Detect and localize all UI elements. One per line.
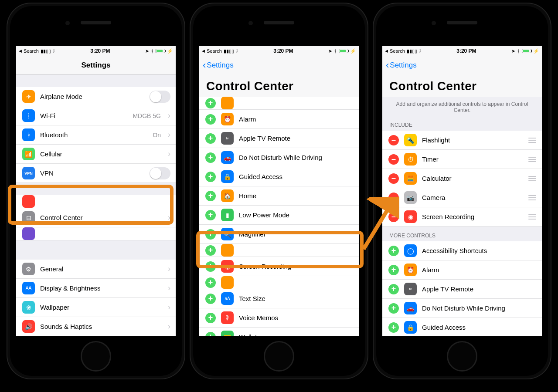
wifi-icon: ⧙ [419,48,422,54]
row-general[interactable]: ⚙︎ General › [16,260,176,279]
row-label: Alarm [422,266,537,274]
add-button[interactable]: + [205,114,216,125]
row-screen-recording[interactable]: + ◉ Screen Recording [199,257,359,276]
icon-peek [22,195,35,208]
add-button[interactable]: + [205,191,216,201]
back-button[interactable]: ‹ Settings [386,61,417,70]
add-button[interactable]: + [205,133,216,144]
row-label: Guided Access [422,324,537,331]
row-sounds-haptics[interactable]: 🔊 Sounds & Haptics › [16,317,176,336]
row-flashlight[interactable]: – 🔦 Flashlight [382,131,542,150]
add-button[interactable]: + [388,303,399,314]
airplane-toggle[interactable] [150,91,170,103]
add-button[interactable]: + [205,294,216,304]
screen-settings-root: ◀ Search ▮▮▯▯ ⧙ 3:20 PM ➤ ᚼ ⚡ Settings [16,46,176,336]
add-button[interactable]: + [205,229,216,240]
location-icon: ➤ [511,48,515,54]
row-display-brightness[interactable]: AA Display & Brightness › [16,279,176,298]
add-button[interactable]: + [205,172,216,182]
row-vpn[interactable]: VPN VPN [16,164,176,183]
row-bluetooth[interactable]: ᚼ Bluetooth On › [16,125,176,145]
add-button[interactable]: + [388,246,399,256]
back-button[interactable]: ‹ Settings [203,61,234,70]
reorder-handle[interactable] [528,214,537,220]
home-icon: 🏠 [221,189,234,202]
row-label: Camera [422,194,523,201]
row-control-center[interactable]: ⊟ Control Center › [16,208,176,227]
chevron-right-icon: › [168,284,170,293]
row-label: Wallet [239,333,354,336]
row-label: Text Size [239,295,354,302]
row-accessibility[interactable]: + ◯ Accessibility Shortcuts [382,241,542,260]
row-label: Low Power Mode [239,211,354,219]
signal-icon: ▮▮▯▯ [407,48,417,54]
row-alarm[interactable]: + ⏰ Alarm [382,260,542,280]
chevron-right-icon: › [168,303,170,312]
row-camera[interactable]: – 📷 Camera [382,188,542,207]
add-button[interactable]: + [205,152,216,163]
row-apple-tv-remote[interactable]: + tv Apple TV Remote [382,280,542,299]
row-dnd-driving[interactable]: + 🚗 Do Not Disturb While Driving [382,299,542,318]
row-magnifier[interactable]: + 🔍 Magnifier [199,225,359,244]
home-button[interactable] [447,341,477,372]
lock-icon: 🔒 [404,321,417,334]
add-button[interactable]: + [388,265,399,275]
wallet-icon: 💳 [221,331,234,336]
row-wallpaper[interactable]: ❀ Wallpaper › [16,298,176,317]
add-button[interactable]: + [205,261,216,272]
alarm-icon: ⏰ [404,264,417,276]
status-back-icon: ◀ [19,49,22,53]
vpn-toggle[interactable] [150,167,170,179]
row-voice-memos[interactable]: + 🎙 Voice Memos [199,308,359,328]
remove-button[interactable]: – [388,212,399,222]
add-button[interactable]: + [205,210,216,220]
bluetooth-icon: ᚼ [22,128,35,141]
remove-button[interactable]: – [388,173,399,184]
add-button[interactable]: + [205,277,216,288]
add-button[interactable]: + [205,332,216,336]
remove-button[interactable]: – [388,135,399,145]
row-label: Screen Recording [422,213,523,220]
wallpaper-icon: ❀ [22,301,35,314]
reorder-handle[interactable] [528,138,537,143]
row-airplane-mode[interactable]: ✈︎ Airplane Mode [16,87,176,106]
reorder-handle[interactable] [528,176,537,181]
row-apple-tv-remote[interactable]: + tv Apple TV Remote [199,129,359,148]
row-label: Wi-Fi [40,112,127,119]
reorder-handle[interactable] [528,157,537,162]
add-button[interactable]: + [205,313,216,323]
row-low-power-mode[interactable]: + ▮ Low Power Mode [199,206,359,225]
row-alarm[interactable]: + ⏰ Alarm [199,110,359,129]
home-button[interactable] [81,341,111,372]
add-button[interactable]: + [205,245,216,256]
row-wallet[interactable]: + 💳 Wallet [199,328,359,336]
bluetooth-icon: ᚼ [334,48,337,54]
row-text-size[interactable]: + aA Text Size [199,289,359,308]
page-description: Add and organize additional controls to … [382,97,542,116]
wifi-icon: ⧙ [22,109,35,122]
remove-button[interactable]: – [388,193,399,203]
lock-icon: 🔒 [221,170,234,183]
row-guided-access[interactable]: + 🔒 Guided Access [199,167,359,186]
row-guided-access[interactable]: + 🔒 Guided Access [382,318,542,336]
flashlight-icon: 🔦 [404,134,417,146]
status-time: 3:20 PM [456,48,476,54]
row-wifi[interactable]: ⧙ Wi-Fi MDGB 5G › [16,106,176,125]
home-button[interactable] [264,341,294,372]
row-dnd-driving[interactable]: + 🚗 Do Not Disturb While Driving [199,148,359,167]
reorder-handle[interactable] [528,195,537,200]
add-button[interactable]: + [388,284,399,294]
chevron-right-icon: › [168,322,170,331]
row-timer[interactable]: – ⏱ Timer [382,150,542,169]
row-home[interactable]: + 🏠 Home [199,186,359,206]
row-label: Bluetooth [40,131,147,139]
row-calculator[interactable]: – 🧮 Calculator [382,169,542,188]
add-button[interactable]: + [388,322,399,333]
row-label: Guided Access [239,173,354,180]
remove-button[interactable]: – [388,154,399,165]
nav-bar: ‹ Settings [199,56,359,75]
add-button[interactable]: + [205,98,216,108]
accessibility-icon: ◯ [404,244,417,257]
row-screen-recording[interactable]: – ◉ Screen Recording [382,207,542,226]
row-cellular[interactable]: 📶 Cellular › [16,145,176,164]
